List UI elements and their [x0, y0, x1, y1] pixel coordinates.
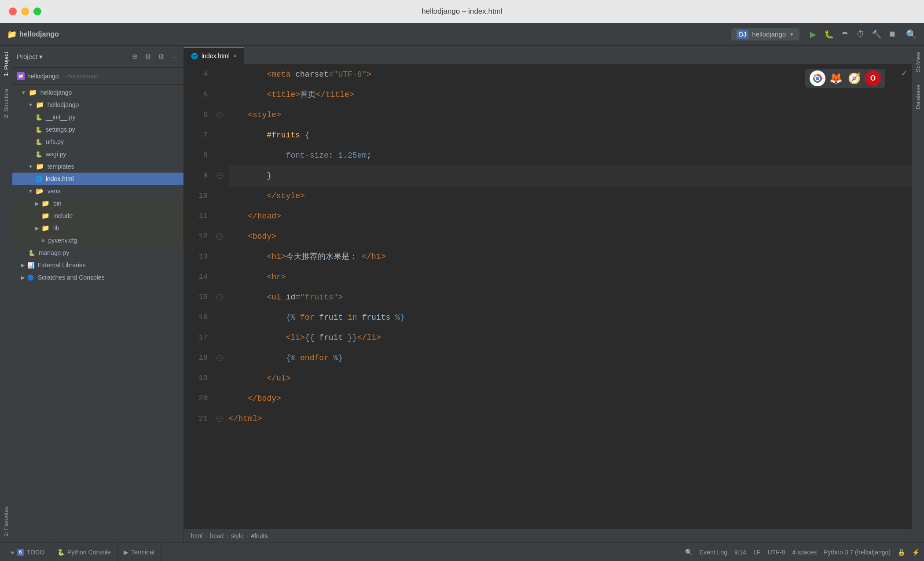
gutter-13	[215, 247, 224, 267]
line-num-14: 14	[184, 267, 208, 287]
line-num-20: 20	[184, 388, 208, 409]
status-search-icon[interactable]: 🔍	[685, 549, 693, 556]
code-editor[interactable]: 4 5 6 7 8 9 10 11 12 13 14 15 16 17 18 1…	[184, 64, 912, 528]
status-git-icon[interactable]: ⚡	[912, 549, 920, 556]
gutter-6[interactable]: -	[215, 105, 224, 125]
fold-icon-9[interactable]: -	[216, 173, 223, 179]
scratch-icon: 🔵	[27, 274, 34, 281]
tree-item-pyvenv-cfg[interactable]: ≡ pyvenv.cfg	[12, 234, 183, 247]
profile-button[interactable]: ⏱	[854, 28, 867, 41]
status-line-ending[interactable]: LF	[753, 549, 760, 556]
tab-index-html[interactable]: 🌐 index.html ×	[184, 47, 244, 64]
coverage-button[interactable]: ☂	[838, 28, 851, 41]
fold-icon-6[interactable]: -	[216, 112, 223, 118]
dropdown-arrow-icon[interactable]: ▼	[789, 32, 794, 37]
html-tab-icon: 🌐	[191, 53, 198, 59]
status-indent[interactable]: 4 spaces	[792, 549, 817, 556]
chevron-down-icon: ▼	[28, 164, 33, 169]
tree-label: venv	[46, 188, 60, 195]
tree-label: bin	[51, 200, 62, 207]
firefox-icon[interactable]: 🦊	[828, 70, 844, 86]
chrome-icon[interactable]	[810, 70, 825, 86]
tree-item-urls-py[interactable]: 🐍 urls.py	[12, 136, 183, 148]
breadcrumb-sep-3: ›	[246, 532, 249, 539]
tree-item-hellodjango-inner[interactable]: ▼ 📁 hellodjango	[12, 99, 183, 111]
tree-item-include[interactable]: 📁 include	[12, 210, 183, 222]
status-interpreter[interactable]: Python 3.7 (hellodjango)	[824, 549, 891, 556]
titlebar: hellodjango – index.html	[0, 0, 924, 23]
line-num-6: 6	[184, 105, 208, 125]
tree-item-manage-py[interactable]: 🐍 manage.py	[12, 247, 183, 259]
python-console-tab[interactable]: 🐍 Python Console	[51, 543, 117, 561]
tree-item-init-py[interactable]: 🐍 __init__.py	[12, 111, 183, 123]
run-configuration[interactable]: DJ hellodjango ▼	[731, 28, 799, 41]
terminal-label: Terminal	[131, 549, 154, 556]
project-path: ~/hellodjango	[64, 73, 99, 79]
tree-item-hellodjango-root[interactable]: ▼ 📁 hellodjango	[12, 86, 183, 99]
tree-item-bin[interactable]: ▶ 📁 bin	[12, 197, 183, 210]
gutter-21[interactable]: -	[215, 409, 224, 429]
tree-item-venv[interactable]: ▼ 📂 venv	[12, 185, 183, 197]
gutter-19	[215, 368, 224, 388]
search-icon[interactable]: 🔍	[906, 29, 917, 40]
tree-label: lib	[51, 225, 59, 232]
tree-item-wsgi-py[interactable]: 🐍 wsgi.py	[12, 148, 183, 160]
file-tree: ▼ 📁 hellodjango ▼ 📁 hellodjango 🐍 __init…	[12, 85, 183, 543]
fold-icon-15[interactable]: -	[216, 294, 223, 300]
stop-button[interactable]: ⏹	[886, 28, 899, 41]
terminal-tab[interactable]: ▶ Terminal	[117, 543, 161, 561]
gutter-15[interactable]: -	[215, 287, 224, 307]
tree-label: wsgi.py	[44, 151, 66, 158]
fold-icon-18[interactable]: -	[216, 355, 223, 361]
breadcrumb-html[interactable]: html	[191, 532, 202, 539]
folder-icon: 📁	[36, 101, 44, 109]
fold-icon-12[interactable]: -	[216, 233, 223, 240]
gutter-18[interactable]: -	[215, 348, 224, 368]
line-num-11: 11	[184, 206, 208, 226]
options-icon[interactable]: ⚙	[143, 52, 153, 62]
tree-item-settings-py[interactable]: 🐍 settings.py	[12, 123, 183, 136]
run-button[interactable]: ▶	[807, 28, 820, 41]
breadcrumb-bar: html › head › style › #fruits	[184, 528, 912, 543]
tree-label: __init__.py	[44, 114, 76, 121]
fold-icon-21[interactable]: -	[216, 416, 223, 422]
locate-icon[interactable]: ⊕	[130, 52, 139, 62]
gear-icon[interactable]: ⚙	[156, 52, 166, 62]
todo-tab[interactable]: ≡ 6 TODO	[4, 543, 51, 561]
breadcrumb-head[interactable]: head	[210, 532, 224, 539]
sidebar-tab-favorites[interactable]: 2: Favorites	[1, 500, 11, 543]
code-content[interactable]: <meta charset="UTF-8"> <title>首页</title>…	[224, 64, 912, 528]
code-line-14: <hr>	[229, 267, 912, 287]
folder-icon: 📁	[29, 89, 37, 96]
editor-area: 🌐 index.html × 🦊 🧭 O ✓ 4	[184, 46, 912, 543]
minimize-button[interactable]	[21, 7, 29, 15]
sidebar-tab-project[interactable]: 1: Project	[1, 46, 11, 82]
line-num-18: 18	[184, 348, 208, 368]
status-encoding[interactable]: UTF-8	[768, 549, 785, 556]
tree-item-templates[interactable]: ▼ 📁 templates	[12, 160, 183, 173]
tree-item-index-html[interactable]: 🌐 index.html	[12, 173, 183, 185]
tab-close-button[interactable]: ×	[233, 52, 237, 59]
sidebar-tab-database[interactable]: Database	[913, 78, 923, 115]
maximize-button[interactable]	[33, 7, 41, 15]
tab-label: index.html	[202, 52, 230, 59]
tree-item-scratches[interactable]: ▶ 🔵 Scratches and Consoles	[12, 271, 183, 284]
sidebar-tab-structure[interactable]: 2: Structure	[1, 82, 11, 124]
tree-label: templates	[46, 163, 74, 170]
status-event-log[interactable]: Event Log	[700, 549, 727, 556]
gutter-9[interactable]: -	[215, 166, 224, 186]
opera-icon[interactable]: O	[865, 70, 881, 86]
tree-item-lib[interactable]: ▶ 📁 lib	[12, 222, 183, 234]
close-button[interactable]	[9, 7, 17, 15]
breadcrumb-fruits[interactable]: #fruits	[251, 532, 268, 539]
tree-item-external-libs[interactable]: ▶ 📊 External Libraries	[12, 259, 183, 271]
folder-icon: 📁	[41, 212, 50, 220]
sidebar-tab-sciview[interactable]: SciView	[913, 46, 923, 78]
gutter-12[interactable]: -	[215, 226, 224, 247]
safari-icon[interactable]: 🧭	[847, 70, 862, 86]
build-button[interactable]: 🔨	[870, 28, 883, 41]
breadcrumb-style[interactable]: style	[231, 532, 244, 539]
collapse-icon[interactable]: —	[169, 52, 179, 62]
tree-label: include	[51, 212, 73, 219]
debug-button[interactable]: 🐛	[822, 28, 836, 41]
